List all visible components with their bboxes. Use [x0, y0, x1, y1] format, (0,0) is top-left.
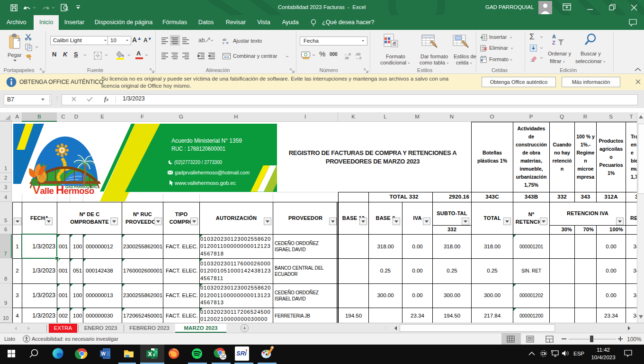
svg-text:,00: ,00	[344, 56, 349, 60]
svg-text:c: c	[223, 41, 224, 45]
svg-text:gadprvallehermoso@hotmail.com: gadprvallehermoso@hotmail.com	[175, 170, 250, 175]
svg-text:RUC : 1768120600001: RUC : 1768120600001	[171, 146, 225, 152]
svg-text:Acuerdo Ministerial N° 1359: Acuerdo Ministerial N° 1359	[171, 137, 242, 144]
svg-text:A: A	[552, 34, 556, 39]
svg-text:→,0: →,0	[355, 56, 361, 60]
svg-text:Valle Hermoso: Valle Hermoso	[33, 183, 94, 196]
svg-text:W: W	[101, 351, 106, 356]
svg-text:Z: Z	[552, 40, 555, 46]
svg-text:www.vallehermoso.gob.ec: www.vallehermoso.gob.ec	[174, 180, 236, 186]
svg-text:(02)2773220 / 2773300: (02)2773220 / 2773300	[174, 159, 222, 165]
